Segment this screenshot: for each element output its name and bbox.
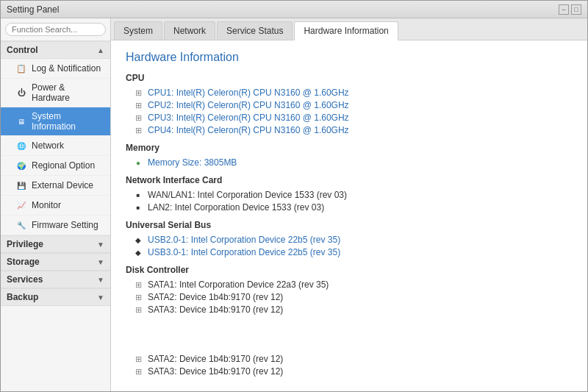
cpu-item-4: CPU4: Intel(R) Celeron(R) CPU N3160 @ 1.…	[126, 125, 573, 135]
disk-item-lower-2: SATA3: Device 1b4b:9170 (rev 12)	[126, 366, 573, 377]
sidebar-section-header-backup[interactable]: Backup ▼	[1, 288, 110, 306]
sidebar-item-regional[interactable]: Regional Option	[1, 156, 110, 176]
cpu-section-label: CPU	[126, 73, 573, 83]
sidebar-section-privilege: Privilege ▼	[1, 235, 110, 253]
sidebar-section-storage: Storage ▼	[1, 253, 110, 271]
memory-icon-1	[133, 157, 143, 168]
sidebar-section-header-control[interactable]: Control ▲	[1, 41, 110, 59]
sidebar-section-control: Control ▲ Log & Notification Power & Har…	[1, 41, 110, 235]
sidebar: Control ▲ Log & Notification Power & Har…	[1, 18, 111, 391]
sidebar-item-power[interactable]: Power & Hardware	[1, 79, 110, 107]
disk-icon-3	[133, 304, 143, 315]
sidebar-section-services: Services ▼	[1, 271, 110, 288]
disk-text-1: SATA1: Intel Corporation Device 22a3 (re…	[148, 279, 329, 290]
minimize-button[interactable]: –	[559, 4, 569, 15]
sidebar-item-firmware[interactable]: Firmware Setting	[1, 215, 110, 235]
disk-item-1: SATA1: Intel Corporation Device 22a3 (re…	[126, 279, 573, 290]
memory-item-1: Memory Size: 3805MB	[126, 157, 573, 168]
usb-text-2: USB3.0-1: Intel Corporation Device 22b5 …	[148, 247, 340, 257]
monitor-icon	[15, 199, 27, 211]
tab-bar: System Network Service Status Hardware I…	[111, 18, 587, 40]
tab-network[interactable]: Network	[164, 21, 215, 40]
disk-icon-lower-1	[133, 354, 143, 364]
cpu-item-1: CPU1: Intel(R) Celeron(R) CPU N3160 @ 1.…	[126, 88, 573, 98]
disk-text-lower-1: SATA2: Device 1b4b:9170 (rev 12)	[148, 354, 283, 364]
title-bar-buttons: – □	[559, 4, 581, 15]
nic-icon-2	[133, 202, 143, 213]
collapse-arrow-privilege: ▼	[97, 240, 104, 249]
disk-text-2: SATA2: Device 1b4b:9170 (rev 12)	[148, 292, 283, 302]
cpu-text-1: CPU1: Intel(R) Celeron(R) CPU N3160 @ 1.…	[148, 88, 349, 98]
memory-section-label: Memory	[126, 143, 573, 153]
nic-item-2: LAN2: Intel Corporation Device 1533 (rev…	[126, 202, 573, 213]
usb-text-1: USB2.0-1: Intel Corporation Device 22b5 …	[148, 235, 340, 245]
disk-text-3: SATA3: Device 1b4b:9170 (rev 12)	[148, 304, 283, 315]
external-icon	[15, 179, 27, 191]
cpu-item-3: CPU3: Intel(R) Celeron(R) CPU N3160 @ 1.…	[126, 113, 573, 123]
sidebar-section-header-privilege[interactable]: Privilege ▼	[1, 235, 110, 253]
collapse-arrow-backup: ▼	[97, 293, 104, 302]
sidebar-item-log[interactable]: Log & Notification	[1, 59, 110, 79]
maximize-button[interactable]: □	[571, 4, 581, 15]
disk-text-lower-2: SATA3: Device 1b4b:9170 (rev 12)	[148, 366, 283, 377]
usb-icon-1	[133, 235, 143, 245]
disk-icon-1	[133, 279, 143, 290]
disk-icon-2	[133, 292, 143, 302]
window-title: Setting Panel	[7, 4, 59, 15]
disk-item-2: SATA2: Device 1b4b:9170 (rev 12)	[126, 292, 573, 302]
cpu-item-2: CPU2: Intel(R) Celeron(R) CPU N3160 @ 1.…	[126, 100, 573, 110]
usb-item-2: USB3.0-1: Intel Corporation Device 22b5 …	[126, 247, 573, 257]
memory-text-1: Memory Size: 3805MB	[148, 157, 237, 168]
disk-item-3: SATA3: Device 1b4b:9170 (rev 12)	[126, 304, 573, 315]
cpu-chip-icon-2	[133, 100, 143, 110]
content-area: Hardware Information CPU CPU1: Intel(R) …	[111, 40, 587, 391]
content-title: Hardware Information	[126, 51, 573, 64]
region-icon	[15, 160, 27, 171]
sidebar-section-backup: Backup ▼	[1, 288, 110, 306]
nic-section-label: Network Interface Card	[126, 175, 573, 185]
cpu-text-2: CPU2: Intel(R) Celeron(R) CPU N3160 @ 1.…	[148, 100, 349, 110]
cpu-text-3: CPU3: Intel(R) Celeron(R) CPU N3160 @ 1.…	[148, 113, 349, 123]
nic-text-1: WAN/LAN1: Intel Corporation Device 1533 …	[148, 190, 347, 200]
setting-panel-window: Setting Panel – □ Control ▲ Log & Notifi…	[0, 0, 588, 392]
tab-service-status[interactable]: Service Status	[217, 21, 293, 40]
sidebar-item-monitor[interactable]: Monitor	[1, 196, 110, 215]
system-icon	[15, 115, 27, 127]
sidebar-item-system[interactable]: System Information	[1, 107, 110, 136]
network-icon	[15, 140, 27, 152]
disk-section-label: Disk Controller	[126, 265, 573, 275]
disk-icon-lower-2	[133, 366, 143, 377]
disk-item-lower-1: SATA2: Device 1b4b:9170 (rev 12)	[126, 354, 573, 364]
usb-item-1: USB2.0-1: Intel Corporation Device 22b5 …	[126, 235, 573, 245]
cpu-text-4: CPU4: Intel(R) Celeron(R) CPU N3160 @ 1.…	[148, 125, 349, 135]
usb-icon-2	[133, 247, 143, 257]
nic-item-1: WAN/LAN1: Intel Corporation Device 1533 …	[126, 190, 573, 200]
tab-hardware-information[interactable]: Hardware Information	[294, 21, 398, 40]
power-icon	[15, 87, 27, 99]
usb-section-label: Universal Serial Bus	[126, 220, 573, 230]
collapse-arrow-storage: ▼	[97, 258, 104, 266]
cpu-chip-icon-1	[133, 88, 143, 98]
sidebar-section-header-services[interactable]: Services ▼	[1, 271, 110, 288]
nic-icon-1	[133, 190, 143, 200]
cpu-chip-icon-4	[133, 125, 143, 135]
search-input[interactable]	[5, 23, 106, 36]
sidebar-item-network[interactable]: Network	[1, 136, 110, 156]
collapse-arrow-services: ▼	[97, 276, 104, 284]
firmware-icon	[15, 219, 27, 231]
sidebar-section-header-storage[interactable]: Storage ▼	[1, 253, 110, 271]
cpu-chip-icon-3	[133, 113, 143, 123]
tab-system[interactable]: System	[114, 21, 162, 40]
nic-text-2: LAN2: Intel Corporation Device 1533 (rev…	[148, 202, 324, 213]
collapse-arrow-control: ▲	[97, 46, 104, 54]
title-bar: Setting Panel – □	[1, 1, 587, 18]
log-icon	[15, 63, 27, 74]
main-content: Control ▲ Log & Notification Power & Har…	[1, 18, 587, 391]
right-panel: System Network Service Status Hardware I…	[111, 18, 587, 391]
search-box	[1, 18, 110, 41]
sidebar-item-external[interactable]: External Device	[1, 176, 110, 196]
